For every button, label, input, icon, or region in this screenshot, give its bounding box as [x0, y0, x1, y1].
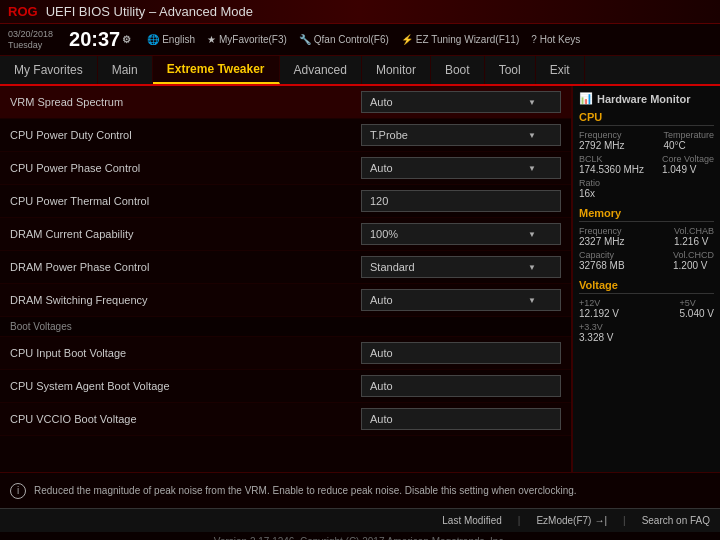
- vrm-spread-spectrum-dropdown[interactable]: Auto: [361, 91, 561, 113]
- cpu-thermal-label: CPU Power Thermal Control: [10, 195, 361, 207]
- vrm-spread-spectrum-value[interactable]: Auto: [361, 91, 561, 113]
- rog-logo: ROG: [8, 4, 38, 19]
- cpu-power-phase-value[interactable]: Auto: [361, 157, 561, 179]
- title-bar: ROG UEFI BIOS Utility – Advanced Mode: [0, 0, 720, 24]
- dram-power-phase-dropdown[interactable]: Standard: [361, 256, 561, 278]
- separator1: |: [518, 515, 521, 526]
- hw-mem-volchcd: Vol.CHCD 1.200 V: [673, 250, 714, 271]
- bottom-right: Last Modified | EzMode(F7) →| | Search o…: [442, 515, 710, 526]
- settings-panel: VRM Spread Spectrum Auto CPU Power Duty …: [0, 86, 572, 472]
- info-text: Reduced the magnitude of peak noise from…: [34, 485, 577, 496]
- nav-monitor[interactable]: Monitor: [362, 56, 431, 84]
- nav-my-favorites[interactable]: My Favorites: [0, 56, 98, 84]
- cpu-power-duty-dropdown[interactable]: T.Probe: [361, 124, 561, 146]
- nav-main[interactable]: Main: [98, 56, 153, 84]
- nav-exit[interactable]: Exit: [536, 56, 585, 84]
- copyright-bar: Version 2.17.1246. Copyright (C) 2017 Am…: [0, 532, 720, 540]
- nav-extreme-tweaker[interactable]: Extreme Tweaker: [153, 56, 280, 84]
- hw-volt-row1: +12V 12.192 V +5V 5.040 V: [579, 298, 714, 319]
- main-content: VRM Spread Spectrum Auto CPU Power Duty …: [0, 86, 720, 472]
- hw-cpu-temp: Temperature 40°C: [663, 130, 714, 151]
- cpu-input-boot-label: CPU Input Boot Voltage: [10, 347, 361, 359]
- hw-cpu-ratio: Ratio 16x: [579, 178, 600, 199]
- cpu-vccio-value[interactable]: Auto: [361, 408, 561, 430]
- hw-cpu-row2: BCLK 174.5360 MHz Core Voltage 1.049 V: [579, 154, 714, 175]
- nav-tool[interactable]: Tool: [485, 56, 536, 84]
- hw-volt-33v: +3.3V 3.328 V: [579, 322, 613, 343]
- info-bar: 03/20/2018 Tuesday 20:37 ⚙ 🌐 English ★ M…: [0, 24, 720, 56]
- cpu-power-phase-label: CPU Power Phase Control: [10, 162, 361, 174]
- cpu-power-duty-label: CPU Power Duty Control: [10, 129, 361, 141]
- cpu-input-boot-input[interactable]: Auto: [361, 342, 561, 364]
- hw-monitor-title: 📊 Hardware Monitor: [579, 92, 714, 105]
- time-text: 20:37: [69, 28, 120, 51]
- cpu-thermal-value[interactable]: 120: [361, 190, 561, 212]
- cpu-sys-agent-label: CPU System Agent Boot Voltage: [10, 380, 361, 392]
- date-text: 03/20/2018: [8, 29, 53, 40]
- cpu-power-duty-value[interactable]: T.Probe: [361, 124, 561, 146]
- hw-memory-title: Memory: [579, 207, 714, 222]
- shortcuts-bar: 🌐 English ★ MyFavorite(F3) 🔧 Qfan Contro…: [147, 34, 712, 45]
- time-display: 20:37 ⚙: [69, 28, 131, 51]
- copyright-text: Version 2.17.1246. Copyright (C) 2017 Am…: [214, 536, 506, 540]
- boot-voltages-header: Boot Voltages: [0, 317, 571, 337]
- info-icon: i: [10, 483, 26, 499]
- hw-volt-12v: +12V 12.192 V: [579, 298, 619, 319]
- last-modified-btn[interactable]: Last Modified: [442, 515, 501, 526]
- setting-cpu-input-boot: CPU Input Boot Voltage Auto: [0, 337, 571, 370]
- shortcut-eztuning[interactable]: ⚡ EZ Tuning Wizard(F11): [401, 34, 519, 45]
- hw-cpu-bclk: BCLK 174.5360 MHz: [579, 154, 644, 175]
- nav-boot[interactable]: Boot: [431, 56, 485, 84]
- hw-mem-capacity: Capacity 32768 MB: [579, 250, 625, 271]
- shortcut-hotkeys[interactable]: ? Hot Keys: [531, 34, 580, 45]
- search-faq-btn[interactable]: Search on FAQ: [642, 515, 710, 526]
- cpu-sys-agent-input[interactable]: Auto: [361, 375, 561, 397]
- dram-current-label: DRAM Current Capability: [10, 228, 361, 240]
- nav-advanced[interactable]: Advanced: [280, 56, 362, 84]
- hw-cpu-section: CPU Frequency 2792 MHz Temperature 40°C …: [579, 111, 714, 199]
- cpu-vccio-input[interactable]: Auto: [361, 408, 561, 430]
- setting-cpu-power-phase: CPU Power Phase Control Auto: [0, 152, 571, 185]
- title-text: UEFI BIOS Utility – Advanced Mode: [46, 4, 253, 19]
- cpu-vccio-label: CPU VCCIO Boot Voltage: [10, 413, 361, 425]
- separator2: |: [623, 515, 626, 526]
- dram-current-dropdown[interactable]: 100%: [361, 223, 561, 245]
- hw-cpu-freq: Frequency 2792 MHz: [579, 130, 625, 151]
- shortcut-language[interactable]: 🌐 English: [147, 34, 195, 45]
- cpu-thermal-input[interactable]: 120: [361, 190, 561, 212]
- dram-switching-label: DRAM Switching Frequency: [10, 294, 361, 306]
- hw-cpu-title: CPU: [579, 111, 714, 126]
- info-footer: i Reduced the magnitude of peak noise fr…: [0, 472, 720, 508]
- hw-cpu-corevolt: Core Voltage 1.049 V: [662, 154, 714, 175]
- vrm-spread-spectrum-label: VRM Spread Spectrum: [10, 96, 361, 108]
- shortcut-qfan[interactable]: 🔧 Qfan Control(F6): [299, 34, 389, 45]
- dram-switching-value[interactable]: Auto: [361, 289, 561, 311]
- bottom-bar: Last Modified | EzMode(F7) →| | Search o…: [0, 508, 720, 532]
- dram-switching-dropdown[interactable]: Auto: [361, 289, 561, 311]
- hw-volt-row2: +3.3V 3.328 V: [579, 322, 714, 343]
- setting-cpu-power-duty: CPU Power Duty Control T.Probe: [0, 119, 571, 152]
- setting-dram-power-phase: DRAM Power Phase Control Standard: [0, 251, 571, 284]
- hw-mem-freq: Frequency 2327 MHz: [579, 226, 625, 247]
- ez-mode-btn[interactable]: EzMode(F7) →|: [536, 515, 607, 526]
- hw-voltage-title: Voltage: [579, 279, 714, 294]
- cpu-sys-agent-value[interactable]: Auto: [361, 375, 561, 397]
- day-text: Tuesday: [8, 40, 53, 51]
- gear-icon[interactable]: ⚙: [122, 34, 131, 45]
- dram-power-phase-value[interactable]: Standard: [361, 256, 561, 278]
- dram-current-value[interactable]: 100%: [361, 223, 561, 245]
- datetime: 03/20/2018 Tuesday: [8, 29, 53, 51]
- setting-cpu-sys-agent: CPU System Agent Boot Voltage Auto: [0, 370, 571, 403]
- hw-voltage-section: Voltage +12V 12.192 V +5V 5.040 V +3.3V …: [579, 279, 714, 343]
- cpu-power-phase-dropdown[interactable]: Auto: [361, 157, 561, 179]
- cpu-input-boot-value[interactable]: Auto: [361, 342, 561, 364]
- nav-bar: My Favorites Main Extreme Tweaker Advanc…: [0, 56, 720, 86]
- hw-mem-row1: Frequency 2327 MHz Vol.CHAB 1.216 V: [579, 226, 714, 247]
- hw-mem-row2: Capacity 32768 MB Vol.CHCD 1.200 V: [579, 250, 714, 271]
- hw-cpu-row1: Frequency 2792 MHz Temperature 40°C: [579, 130, 714, 151]
- shortcut-myfavorite[interactable]: ★ MyFavorite(F3): [207, 34, 287, 45]
- setting-dram-current: DRAM Current Capability 100%: [0, 218, 571, 251]
- setting-cpu-thermal: CPU Power Thermal Control 120: [0, 185, 571, 218]
- hw-volt-5v: +5V 5.040 V: [680, 298, 714, 319]
- hw-memory-section: Memory Frequency 2327 MHz Vol.CHAB 1.216…: [579, 207, 714, 271]
